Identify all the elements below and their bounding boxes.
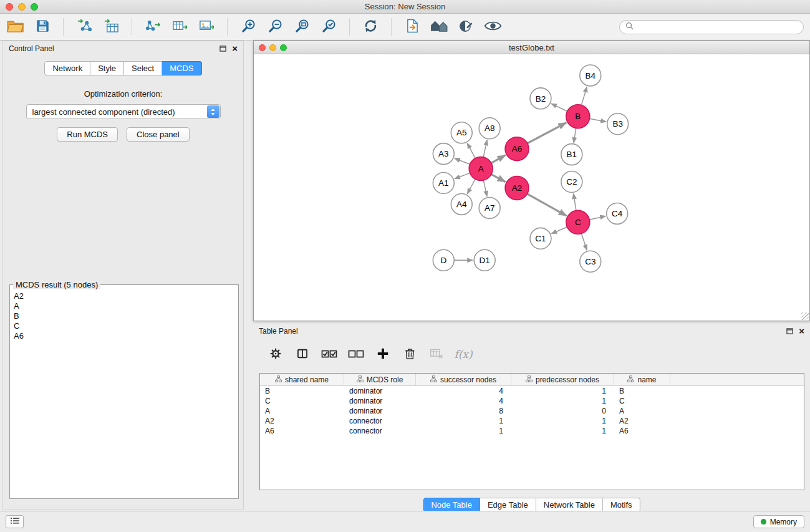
table-row[interactable]: Cdominator41C (260, 396, 804, 406)
close-panel-button[interactable]: Close panel (127, 127, 190, 142)
export-image-button[interactable] (197, 17, 216, 37)
import-network-button[interactable] (75, 17, 94, 37)
search-input[interactable] (637, 22, 798, 31)
network-edge-B-B1[interactable] (574, 128, 576, 143)
resize-grip[interactable] (801, 312, 809, 320)
network-edge-A-A1[interactable] (455, 173, 470, 178)
first-neighbors-button[interactable] (430, 17, 448, 37)
delete-row-button[interactable] (401, 346, 418, 363)
network-node-B[interactable]: B (566, 105, 590, 128)
table-cell[interactable]: 1 (511, 387, 614, 395)
search-field[interactable] (619, 20, 804, 34)
table-settings-button[interactable] (267, 346, 284, 363)
network-zoom-button[interactable] (280, 44, 287, 51)
mcds-result-item[interactable]: A (14, 301, 234, 311)
console-menu-button[interactable] (6, 515, 24, 528)
network-node-A2[interactable]: A2 (505, 177, 529, 200)
table-cell[interactable]: 8 (416, 407, 511, 415)
optimization-criterion-select[interactable]: largest connected component (directed) (26, 104, 221, 119)
network-close-button[interactable] (259, 44, 266, 51)
zoom-in-button[interactable] (239, 17, 258, 37)
export-table-button[interactable] (170, 17, 189, 37)
tab-style[interactable]: Style (90, 61, 124, 75)
table-cell[interactable]: A6 (260, 427, 344, 435)
network-canvas[interactable]: B4B2BB3A8A5A6A3B1AC2A1A2A4A7C4CC1C3DD1 (254, 55, 809, 321)
network-edge-A-A2[interactable] (491, 175, 506, 182)
tab-edge-table[interactable]: Edge Table (480, 498, 536, 512)
zoom-fit-selected-button[interactable] (319, 17, 338, 37)
network-edge-B-B2[interactable] (551, 104, 567, 111)
network-edge-B-B3[interactable] (589, 118, 606, 122)
column-header-mcds-role[interactable]: MCDS role (344, 374, 416, 385)
mcds-result-item[interactable]: A6 (14, 331, 234, 341)
mcds-result-item[interactable]: A2 (14, 291, 234, 301)
network-node-A5[interactable]: A5 (451, 122, 472, 143)
table-cell[interactable]: connector (344, 417, 416, 425)
network-node-B3[interactable]: B3 (607, 114, 629, 135)
save-session-button[interactable] (33, 17, 52, 37)
run-mcds-button[interactable]: Run MCDS (57, 127, 118, 142)
network-node-C4[interactable]: C4 (607, 203, 628, 224)
select-all-rows-button[interactable] (321, 346, 338, 363)
table-row[interactable]: Adominator80A (260, 406, 804, 416)
table-cell[interactable]: connector (344, 427, 416, 435)
network-node-B4[interactable]: B4 (580, 65, 601, 86)
table-cell[interactable]: 4 (416, 397, 511, 405)
table-cell[interactable]: A2 (614, 417, 670, 425)
network-edge-C-C4[interactable] (589, 216, 605, 220)
table-cell[interactable]: C (614, 397, 670, 405)
open-file-button[interactable] (6, 17, 25, 37)
zoom-fit-content-button[interactable] (292, 17, 311, 37)
network-edge-A-A7[interactable] (483, 180, 487, 196)
tab-motifs[interactable]: Motifs (603, 498, 640, 512)
table-cell[interactable]: 1 (511, 427, 614, 435)
network-edge-C-C3[interactable] (582, 233, 587, 250)
table-cell[interactable]: 1 (416, 417, 511, 425)
table-cell[interactable]: dominator (344, 397, 416, 405)
network-node-D[interactable]: D (433, 249, 454, 271)
minimize-window-button[interactable] (18, 3, 26, 11)
export-network-button[interactable] (143, 17, 162, 37)
table-cell[interactable]: 1 (416, 427, 511, 435)
close-window-button[interactable] (6, 3, 13, 11)
network-graph[interactable]: B4B2BB3A8A5A6A3B1AC2A1A2A4A7C4CC1C3DD1 (254, 55, 809, 321)
delete-table-button[interactable] (428, 346, 445, 363)
tab-network-table[interactable]: Network Table (536, 498, 603, 512)
table-panel-close-button[interactable]: × (799, 327, 804, 335)
column-header-predecessor-nodes[interactable]: predecessor nodes (511, 374, 614, 385)
network-node-C3[interactable]: C3 (580, 251, 601, 272)
mcds-result-item[interactable]: C (14, 321, 234, 331)
network-edge-A6-B[interactable] (528, 123, 566, 143)
network-node-B2[interactable]: B2 (530, 88, 551, 109)
table-cell[interactable]: B (614, 387, 670, 395)
table-cell[interactable]: 0 (511, 407, 614, 415)
network-minimize-button[interactable] (269, 44, 276, 51)
table-row[interactable]: Bdominator41B (260, 386, 804, 396)
table-cell[interactable]: dominator (344, 387, 416, 395)
network-edge-A2-C[interactable] (528, 194, 567, 216)
network-node-A6[interactable]: A6 (505, 137, 529, 161)
network-edge-A-A3[interactable] (455, 158, 470, 165)
table-cell[interactable]: A (614, 407, 670, 415)
column-header-name[interactable]: name (614, 374, 670, 385)
network-edge-C-C2[interactable] (574, 193, 576, 210)
column-header-shared-name[interactable]: shared name (260, 374, 344, 385)
network-node-A[interactable]: A (469, 157, 493, 181)
tab-network[interactable]: Network (44, 61, 90, 75)
network-edge-A-A4[interactable] (467, 179, 475, 194)
table-cell[interactable]: C (260, 397, 344, 405)
table-cell[interactable]: 1 (511, 397, 614, 405)
import-table-button[interactable] (102, 17, 120, 37)
table-cell[interactable]: dominator (344, 407, 416, 415)
table-cell[interactable]: A2 (260, 417, 344, 425)
network-edge-A-A5[interactable] (467, 143, 475, 158)
network-node-B1[interactable]: B1 (561, 144, 582, 165)
control-panel-float-button[interactable] (219, 46, 226, 52)
open-network-file-button[interactable] (403, 17, 422, 37)
network-node-A8[interactable]: A8 (479, 118, 500, 139)
zoom-out-button[interactable] (266, 17, 284, 37)
tab-select[interactable]: Select (124, 61, 162, 75)
network-node-A4[interactable]: A4 (451, 193, 472, 215)
network-node-A1[interactable]: A1 (433, 173, 454, 194)
table-cell[interactable]: 1 (511, 417, 614, 425)
